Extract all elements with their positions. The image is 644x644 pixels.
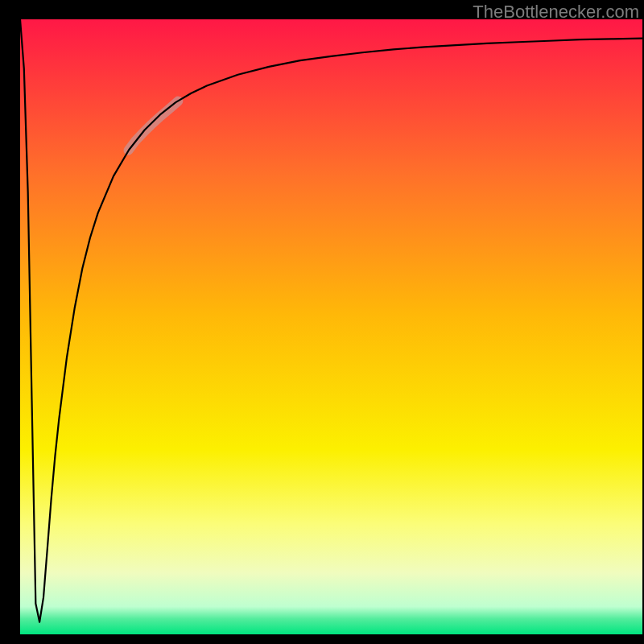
chart-svg [0,0,644,644]
attribution-label: TheBottlenecker.com [473,2,639,23]
chart-plot-background [20,19,642,634]
chart-container: TheBottlenecker.com [0,0,644,644]
